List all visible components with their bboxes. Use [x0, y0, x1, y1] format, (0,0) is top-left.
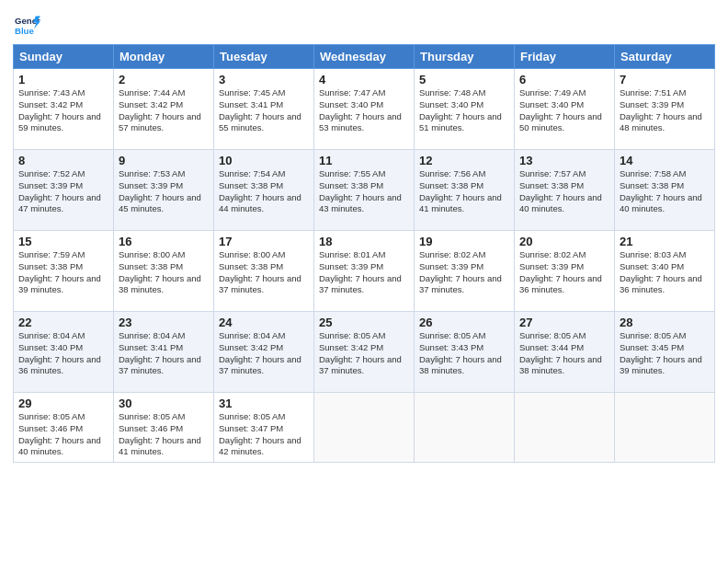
- calendar-week-1: 1Sunrise: 7:43 AMSunset: 3:42 PMDaylight…: [14, 69, 715, 150]
- day-header-sunday: Sunday: [14, 45, 114, 69]
- day-info: Sunrise: 8:05 AMSunset: 3:47 PMDaylight:…: [219, 411, 309, 458]
- day-info: Sunrise: 7:55 AMSunset: 3:38 PMDaylight:…: [319, 168, 409, 215]
- day-number: 12: [419, 154, 509, 167]
- day-number: 5: [419, 73, 509, 86]
- day-info: Sunrise: 7:47 AMSunset: 3:40 PMDaylight:…: [319, 87, 409, 134]
- calendar-cell: 30Sunrise: 8:05 AMSunset: 3:46 PMDayligh…: [114, 393, 214, 463]
- day-info: Sunrise: 7:49 AMSunset: 3:40 PMDaylight:…: [519, 87, 609, 134]
- day-info: Sunrise: 8:05 AMSunset: 3:46 PMDaylight:…: [119, 411, 209, 458]
- calendar-cell: 29Sunrise: 8:05 AMSunset: 3:46 PMDayligh…: [14, 393, 114, 463]
- day-info: Sunrise: 8:02 AMSunset: 3:39 PMDaylight:…: [419, 249, 509, 296]
- day-info: Sunrise: 8:05 AMSunset: 3:42 PMDaylight:…: [319, 330, 409, 377]
- calendar-cell: 3Sunrise: 7:45 AMSunset: 3:41 PMDaylight…: [214, 69, 314, 150]
- calendar-cell: [415, 393, 515, 463]
- day-number: 30: [119, 396, 209, 410]
- day-info: Sunrise: 8:00 AMSunset: 3:38 PMDaylight:…: [219, 249, 309, 296]
- calendar-cell: 1Sunrise: 7:43 AMSunset: 3:42 PMDaylight…: [14, 69, 114, 150]
- day-info: Sunrise: 7:52 AMSunset: 3:39 PMDaylight:…: [18, 168, 108, 215]
- day-info: Sunrise: 8:05 AMSunset: 3:44 PMDaylight:…: [519, 330, 609, 377]
- calendar-cell: 20Sunrise: 8:02 AMSunset: 3:39 PMDayligh…: [515, 231, 615, 312]
- day-number: 8: [18, 154, 108, 167]
- day-info: Sunrise: 7:59 AMSunset: 3:38 PMDaylight:…: [18, 249, 108, 296]
- calendar-week-3: 15Sunrise: 7:59 AMSunset: 3:38 PMDayligh…: [14, 231, 715, 312]
- calendar-cell: [515, 393, 615, 463]
- day-number: 25: [319, 316, 409, 329]
- day-info: Sunrise: 8:02 AMSunset: 3:39 PMDaylight:…: [519, 249, 609, 296]
- day-number: 17: [219, 235, 309, 248]
- calendar-cell: 28Sunrise: 8:05 AMSunset: 3:45 PMDayligh…: [615, 312, 715, 393]
- calendar-cell: 13Sunrise: 7:57 AMSunset: 3:38 PMDayligh…: [515, 150, 615, 231]
- calendar-cell: 21Sunrise: 8:03 AMSunset: 3:40 PMDayligh…: [615, 231, 715, 312]
- calendar-cell: [615, 393, 715, 463]
- day-info: Sunrise: 7:48 AMSunset: 3:40 PMDaylight:…: [419, 87, 509, 134]
- day-info: Sunrise: 8:03 AMSunset: 3:40 PMDaylight:…: [620, 249, 710, 296]
- day-number: 14: [620, 154, 710, 167]
- svg-text:Blue: Blue: [15, 26, 34, 36]
- calendar-cell: 4Sunrise: 7:47 AMSunset: 3:40 PMDaylight…: [314, 69, 415, 150]
- calendar-cell: 12Sunrise: 7:56 AMSunset: 3:38 PMDayligh…: [415, 150, 515, 231]
- calendar-cell: 5Sunrise: 7:48 AMSunset: 3:40 PMDaylight…: [415, 69, 515, 150]
- calendar-cell: 11Sunrise: 7:55 AMSunset: 3:38 PMDayligh…: [314, 150, 415, 231]
- day-number: 4: [319, 73, 409, 86]
- calendar-cell: 15Sunrise: 7:59 AMSunset: 3:38 PMDayligh…: [14, 231, 114, 312]
- calendar-week-2: 8Sunrise: 7:52 AMSunset: 3:39 PMDaylight…: [14, 150, 715, 231]
- calendar-cell: 27Sunrise: 8:05 AMSunset: 3:44 PMDayligh…: [515, 312, 615, 393]
- day-number: 15: [18, 235, 108, 248]
- day-number: 29: [18, 396, 108, 410]
- calendar-cell: 8Sunrise: 7:52 AMSunset: 3:39 PMDaylight…: [14, 150, 114, 231]
- calendar-cell: 19Sunrise: 8:02 AMSunset: 3:39 PMDayligh…: [415, 231, 515, 312]
- calendar-cell: 31Sunrise: 8:05 AMSunset: 3:47 PMDayligh…: [214, 393, 314, 463]
- day-header-saturday: Saturday: [615, 45, 715, 69]
- calendar-cell: 22Sunrise: 8:04 AMSunset: 3:40 PMDayligh…: [14, 312, 114, 393]
- calendar-cell: 14Sunrise: 7:58 AMSunset: 3:38 PMDayligh…: [615, 150, 715, 231]
- day-number: 23: [119, 316, 209, 329]
- day-header-monday: Monday: [114, 45, 214, 69]
- day-number: 24: [219, 316, 309, 329]
- day-info: Sunrise: 7:57 AMSunset: 3:38 PMDaylight:…: [519, 168, 609, 215]
- day-number: 16: [119, 235, 209, 248]
- day-info: Sunrise: 8:04 AMSunset: 3:42 PMDaylight:…: [219, 330, 309, 377]
- day-info: Sunrise: 7:45 AMSunset: 3:41 PMDaylight:…: [219, 87, 309, 134]
- day-number: 22: [18, 316, 108, 329]
- day-info: Sunrise: 7:56 AMSunset: 3:38 PMDaylight:…: [419, 168, 509, 215]
- day-header-wednesday: Wednesday: [314, 45, 415, 69]
- day-number: 2: [119, 73, 209, 86]
- day-number: 18: [319, 235, 409, 248]
- day-number: 21: [620, 235, 710, 248]
- day-number: 31: [219, 396, 309, 410]
- calendar-week-4: 22Sunrise: 8:04 AMSunset: 3:40 PMDayligh…: [14, 312, 715, 393]
- day-number: 20: [519, 235, 609, 248]
- day-info: Sunrise: 7:43 AMSunset: 3:42 PMDaylight:…: [18, 87, 108, 134]
- calendar-cell: 10Sunrise: 7:54 AMSunset: 3:38 PMDayligh…: [214, 150, 314, 231]
- day-info: Sunrise: 7:53 AMSunset: 3:39 PMDaylight:…: [119, 168, 209, 215]
- calendar-cell: 24Sunrise: 8:04 AMSunset: 3:42 PMDayligh…: [214, 312, 314, 393]
- day-header-thursday: Thursday: [415, 45, 515, 69]
- day-info: Sunrise: 8:04 AMSunset: 3:40 PMDaylight:…: [18, 330, 108, 377]
- day-number: 6: [519, 73, 609, 86]
- day-number: 26: [419, 316, 509, 329]
- day-number: 7: [620, 73, 710, 86]
- day-info: Sunrise: 8:05 AMSunset: 3:43 PMDaylight:…: [419, 330, 509, 377]
- calendar-cell: 7Sunrise: 7:51 AMSunset: 3:39 PMDaylight…: [615, 69, 715, 150]
- day-header-tuesday: Tuesday: [214, 45, 314, 69]
- calendar-cell: 26Sunrise: 8:05 AMSunset: 3:43 PMDayligh…: [415, 312, 515, 393]
- calendar-cell: 25Sunrise: 8:05 AMSunset: 3:42 PMDayligh…: [314, 312, 415, 393]
- day-header-friday: Friday: [515, 45, 615, 69]
- day-info: Sunrise: 7:58 AMSunset: 3:38 PMDaylight:…: [620, 168, 710, 215]
- day-number: 13: [519, 154, 609, 167]
- day-number: 3: [219, 73, 309, 86]
- day-number: 10: [219, 154, 309, 167]
- page: General Blue SundayMondayTuesdayWednesda…: [0, 0, 728, 563]
- calendar-cell: 6Sunrise: 7:49 AMSunset: 3:40 PMDaylight…: [515, 69, 615, 150]
- calendar-cell: [314, 393, 415, 463]
- day-info: Sunrise: 7:51 AMSunset: 3:39 PMDaylight:…: [620, 87, 710, 134]
- calendar-cell: 17Sunrise: 8:00 AMSunset: 3:38 PMDayligh…: [214, 231, 314, 312]
- day-info: Sunrise: 8:04 AMSunset: 3:41 PMDaylight:…: [119, 330, 209, 377]
- day-number: 1: [18, 73, 108, 86]
- calendar-cell: 9Sunrise: 7:53 AMSunset: 3:39 PMDaylight…: [114, 150, 214, 231]
- day-info: Sunrise: 8:05 AMSunset: 3:45 PMDaylight:…: [620, 330, 710, 377]
- day-number: 27: [519, 316, 609, 329]
- day-number: 19: [419, 235, 509, 248]
- day-info: Sunrise: 8:01 AMSunset: 3:39 PMDaylight:…: [319, 249, 409, 296]
- logo-icon: General Blue: [15, 13, 40, 39]
